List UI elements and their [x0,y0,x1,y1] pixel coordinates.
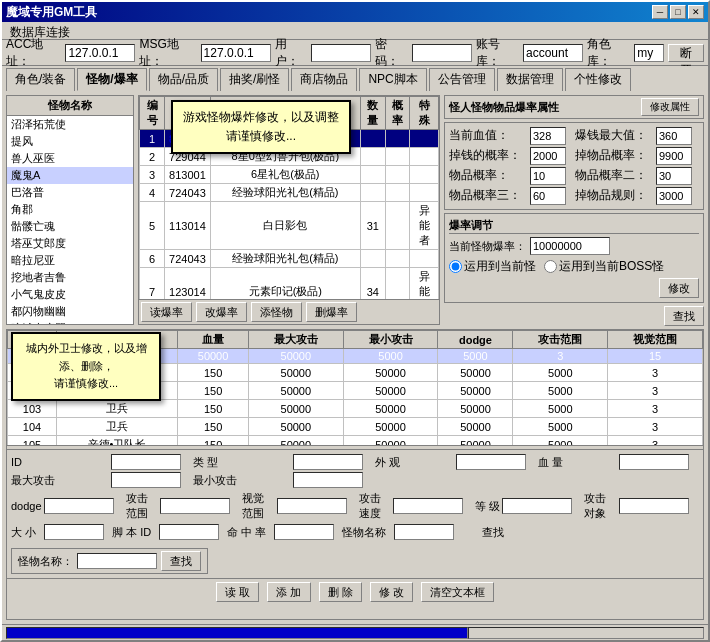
list-item[interactable]: 暗城士康盟 [7,320,133,324]
modify-rate-button[interactable]: 改爆率 [196,302,247,322]
atk-range-field[interactable] [160,498,230,514]
db-input[interactable] [523,44,583,62]
size-field[interactable] [44,524,104,540]
atk-speed-field[interactable] [393,498,463,514]
vis-range-field[interactable] [277,498,347,514]
role-input[interactable] [634,44,664,62]
tab-shop[interactable]: 商店物品 [291,68,357,91]
minimize-button[interactable]: ─ [652,5,668,19]
main-window: 魔域专用GM工具 ─ □ ✕ 数据库连接 ACC地址： MSG地址： 用户： 密… [0,0,710,642]
item-prop3-input[interactable] [530,187,566,205]
add-button[interactable]: 添 加 [267,582,310,602]
window-controls: ─ □ ✕ [652,5,704,19]
tab-personal[interactable]: 个性修改 [565,68,631,91]
pwd-input[interactable] [412,44,472,62]
modify-props-button[interactable]: 修改属性 [641,98,699,116]
radio-current-label[interactable]: 运用到当前怪 [449,258,536,275]
rate-modify-button[interactable]: 修改 [659,278,699,298]
tab-npc[interactable]: NPC脚本 [359,68,426,91]
table-row[interactable]: 6724043经验球阳光礼包(精品) [140,250,439,268]
tab-role[interactable]: 角色/装备 [6,68,75,91]
min-atk-label: 最小攻击 [193,473,291,488]
death-rate-field[interactable] [274,524,334,540]
clear-button[interactable]: 清空文本框 [421,582,494,602]
max-atk-label: 最大攻击 [11,473,109,488]
appearance-field[interactable] [456,454,526,470]
atk-target-field[interactable] [619,498,689,514]
acc-input[interactable] [65,44,135,62]
read-button[interactable]: 读 取 [216,582,259,602]
drop-rule-label: 掉物品规则： [575,187,654,205]
guard-col-atk-range: 攻击范围 [513,331,608,349]
monster-name-label: 怪物名称 [342,525,386,540]
type-field[interactable] [293,454,363,470]
find-btn[interactable]: 查找 [161,551,201,571]
list-item[interactable]: 暗拉尼亚 [7,252,133,269]
statusbar [2,624,708,640]
guard-col-dodge: dodge [438,331,513,349]
list-item[interactable]: 兽人巫医 [7,150,133,167]
hp-input[interactable] [530,127,566,145]
tab-lottery[interactable]: 抽奖/刷怪 [220,68,289,91]
delete-button[interactable]: 删 除 [319,582,362,602]
list-item[interactable]: 小气鬼皮皮 [7,286,133,303]
list-item-selected[interactable]: 魔鬼A [7,167,133,184]
script-field[interactable] [159,524,219,540]
list-item[interactable]: 都闪物幽幽 [7,303,133,320]
delete-rate-button[interactable]: 删爆率 [306,302,357,322]
find-name-label: 怪物名称： [18,554,73,569]
radio-boss-label[interactable]: 运用到当前BOSS怪 [544,258,664,275]
item-prop2-input[interactable] [656,167,692,185]
guard-table-row[interactable]: 103卫兵15050000500005000050003 [8,400,703,418]
current-rate-input[interactable] [530,237,610,255]
hp-max-input[interactable] [656,127,692,145]
user-input[interactable] [311,44,371,62]
tab-data[interactable]: 数据管理 [497,68,563,91]
table-row[interactable]: 4724043经验球阳光礼包(精品) [140,184,439,202]
cell-special [410,130,439,148]
item-prop-input[interactable] [530,167,566,185]
list-item[interactable]: 沼泽拓荒使 [7,116,133,133]
popup-note-1: 游戏怪物爆炸修改，以及调整请谨慎修改... [171,100,351,154]
monster-name-field[interactable] [394,524,454,540]
table-row[interactable]: 5113014白日影包31异能者 [140,202,439,250]
find-box: 怪物名称： 查找 [11,548,208,574]
table-row[interactable]: 7123014元素印记(极品)34异能者 [140,268,439,300]
level-field[interactable] [502,498,572,514]
guard-table-row[interactable]: 105辛德•卫队长15050000500005000050003 [8,436,703,446]
radio-current[interactable] [449,260,462,273]
cell-rate [385,130,409,148]
add-monster-button[interactable]: 添怪物 [251,302,302,322]
cell-qty [360,148,385,166]
msg-input[interactable] [201,44,271,62]
max-atk-field[interactable] [111,472,181,488]
list-item[interactable]: 骷髅亡魂 [7,218,133,235]
list-item[interactable]: 角郡 [7,201,133,218]
find-name-field[interactable] [77,553,157,569]
tab-announcement[interactable]: 公告管理 [429,68,495,91]
table-row[interactable]: 38130016星礼包(极品) [140,166,439,184]
list-item[interactable]: 塔巫艾郎度 [7,235,133,252]
drop-rate-input[interactable] [530,147,566,165]
find-button[interactable]: 查找 [664,306,704,326]
list-item[interactable]: 挖地者吉鲁 [7,269,133,286]
col-qty: 数量 [360,97,385,130]
guard-table-row[interactable]: 104卫兵15050000500005000050003 [8,418,703,436]
connect-button[interactable]: 断开 [668,44,704,62]
drop-rule-input[interactable] [656,187,692,205]
min-atk-field[interactable] [293,472,363,488]
hp-field[interactable] [619,454,689,470]
id-field[interactable] [111,454,181,470]
drop-item-input[interactable] [656,147,692,165]
radio-boss[interactable] [544,260,557,273]
modify-button[interactable]: 修 改 [370,582,413,602]
list-item[interactable]: 巴洛普 [7,184,133,201]
dodge-field[interactable] [44,498,114,514]
tab-monster[interactable]: 怪物/爆率 [77,68,146,91]
tab-item[interactable]: 物品/品质 [149,68,218,91]
close-button[interactable]: ✕ [688,5,704,19]
list-item[interactable]: 提风 [7,133,133,150]
maximize-button[interactable]: □ [670,5,686,19]
read-rate-button[interactable]: 读爆率 [141,302,192,322]
rate-adjust-title: 爆率调节 [449,218,699,234]
